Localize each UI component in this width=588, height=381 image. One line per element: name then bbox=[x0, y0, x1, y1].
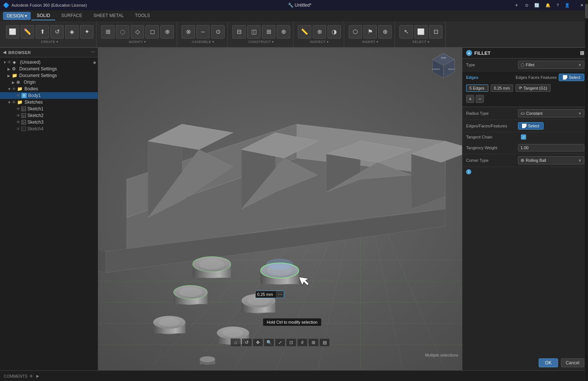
motion-btn[interactable]: ↔ bbox=[196, 25, 210, 39]
home-view-btn[interactable]: ⌂ bbox=[230, 338, 241, 347]
insert-mesh-btn[interactable]: ⬡ bbox=[349, 25, 362, 39]
shell-btn[interactable]: ◻ bbox=[146, 25, 159, 39]
measure-btn[interactable]: 📏 bbox=[298, 25, 311, 39]
comments-toggle[interactable]: ⊕ bbox=[30, 374, 33, 378]
fit-screen-btn[interactable]: ⤢ bbox=[275, 338, 285, 347]
eye-unsaved[interactable]: 👁 bbox=[7, 60, 11, 64]
midplane-btn[interactable]: ⊞ bbox=[262, 25, 275, 39]
add-edges-btn[interactable]: + bbox=[466, 95, 474, 103]
account-icon[interactable]: 👤 bbox=[563, 3, 571, 8]
combine-btn[interactable]: ⊕ bbox=[160, 25, 174, 39]
design-button[interactable]: DESIGN ▾ bbox=[3, 12, 31, 20]
select-label: SELECT ▾ bbox=[412, 40, 429, 44]
tree-item-bodies[interactable]: ▼ 👁 📁 Bodies bbox=[0, 86, 98, 92]
tree-item-named-views[interactable]: ▶ 📁 Document Settings bbox=[0, 72, 98, 79]
window-select-btn[interactable]: ⬜ bbox=[414, 25, 428, 39]
type-select[interactable]: ◌ Fillet ▼ bbox=[518, 61, 584, 69]
zebra-btn[interactable]: ◑ bbox=[328, 25, 341, 39]
viewport[interactable]: Hold Ctrl to modify selection ⋯ ⌂ ↺ ✥ 🔍 … bbox=[98, 48, 462, 370]
collapse-comments-btn[interactable]: ▶ bbox=[36, 374, 39, 378]
view-cube-btn[interactable]: ⊡ bbox=[286, 338, 296, 347]
pan-btn[interactable]: ✥ bbox=[253, 338, 263, 347]
tree-item-body1[interactable]: ▶ 👁 B Body1 bbox=[0, 92, 98, 99]
axis-btn[interactable]: ⊕ bbox=[277, 25, 290, 39]
expand-sketches-arrow[interactable]: ▼ bbox=[7, 100, 12, 104]
zoom-btn[interactable]: 🔍 bbox=[264, 338, 274, 347]
insert-svg-btn[interactable]: ⚑ bbox=[363, 25, 377, 39]
body1-icon: B bbox=[21, 93, 27, 98]
cancel-button[interactable]: Cancel bbox=[561, 358, 584, 367]
close-btn[interactable]: ✕ bbox=[579, 3, 585, 8]
eye-sketch3[interactable]: 👁 bbox=[16, 120, 20, 124]
display-settings-btn[interactable]: ⊞ bbox=[308, 338, 319, 347]
dimension-value-input[interactable] bbox=[256, 291, 276, 297]
dimension-input[interactable]: ⋯ bbox=[255, 291, 284, 298]
eye-sketch2[interactable]: 👁 bbox=[16, 113, 20, 118]
chamfer-btn[interactable]: ◇ bbox=[131, 25, 144, 39]
joint-btn[interactable]: ⊗ bbox=[182, 25, 195, 39]
dimension-menu-btn[interactable]: ⋯ bbox=[276, 291, 284, 298]
collapse-sidebar-btn[interactable]: ◀ bbox=[3, 50, 6, 55]
tangent-chain-checkbox[interactable]: ✓ bbox=[521, 134, 526, 140]
eff-select-btn[interactable]: Select bbox=[518, 122, 544, 130]
bell-icon[interactable]: 🔔 bbox=[544, 3, 552, 8]
tree-item-sketches[interactable]: ▼ 👁 📁 Sketches bbox=[0, 99, 98, 106]
rib-btn[interactable]: ✦ bbox=[80, 25, 93, 39]
add-remove-row: + − bbox=[466, 93, 584, 104]
expand-origin-arrow[interactable]: ▶ bbox=[12, 80, 16, 84]
tree-item-doc-settings[interactable]: ▶ ⚙ Document Settings bbox=[0, 66, 98, 72]
tree-item-sketch2[interactable]: ▶ 👁 ▷ Sketch2 bbox=[0, 112, 98, 119]
fillet-expand-btn[interactable]: ⊞ bbox=[580, 50, 584, 56]
ok-button[interactable]: OK bbox=[539, 358, 558, 367]
insert-buttons: ⬡ ⚑ ⊕ bbox=[349, 25, 392, 39]
fillet-btn[interactable]: ◌ bbox=[116, 25, 129, 39]
plane-angle-btn[interactable]: ◫ bbox=[247, 25, 260, 39]
eye-body1[interactable]: 👁 bbox=[16, 93, 20, 98]
tree-item-unsaved[interactable]: ▼ 👁 ◈ (Unsaved) ◉ bbox=[0, 59, 98, 66]
sidebar-options-btn[interactable]: ⋯ bbox=[91, 50, 95, 55]
contact-btn[interactable]: ⊙ bbox=[211, 25, 225, 39]
expand-doc-arrow[interactable]: ▶ bbox=[7, 67, 12, 71]
new-component-btn[interactable]: ⬜ bbox=[6, 25, 19, 39]
eye-sketch4[interactable]: 👁 bbox=[16, 127, 20, 131]
tab-sheet-metal[interactable]: SHEET METAL bbox=[88, 11, 129, 20]
add-tab-btn[interactable]: ＋ bbox=[512, 2, 521, 9]
tree-item-sketch3[interactable]: ▶ 👁 ▷ Sketch3 bbox=[0, 119, 98, 126]
more-settings-btn[interactable]: ▤ bbox=[319, 338, 330, 347]
extrude-btn[interactable]: ⬆ bbox=[36, 25, 49, 39]
expand-bodies-arrow[interactable]: ▼ bbox=[7, 87, 12, 91]
edges-select-button[interactable]: Select bbox=[559, 74, 584, 81]
select-btn-icon bbox=[563, 75, 567, 80]
tab-surface[interactable]: SURFACE bbox=[56, 11, 87, 20]
press-pull-btn[interactable]: ⊞ bbox=[101, 25, 114, 39]
remove-edges-btn[interactable]: − bbox=[476, 95, 484, 103]
nav-cube[interactable]: TOP FRONT RIGHT bbox=[429, 51, 458, 81]
help-icon[interactable]: ? bbox=[555, 3, 560, 7]
eye-sketch1[interactable]: 👁 bbox=[16, 107, 20, 111]
freeform-select-btn[interactable]: ⊡ bbox=[429, 25, 442, 39]
orbit-btn[interactable]: ↺ bbox=[242, 338, 252, 347]
tab-tools[interactable]: TOOLS bbox=[130, 11, 155, 20]
interference-btn[interactable]: ⊕ bbox=[313, 25, 326, 39]
corner-type-select[interactable]: ⊛ Rolling Ball ▼ bbox=[518, 156, 584, 164]
revolve-btn[interactable]: ↺ bbox=[50, 25, 64, 39]
tangency-weight-input[interactable] bbox=[518, 144, 584, 151]
select-btn[interactable]: ↖ bbox=[399, 25, 413, 39]
loft-btn[interactable]: ◈ bbox=[65, 25, 79, 39]
expand-unsaved-arrow[interactable]: ▼ bbox=[3, 60, 7, 64]
sketch-btn[interactable]: ✏️ bbox=[21, 25, 34, 39]
offset-plane-btn[interactable]: ⊟ bbox=[232, 25, 246, 39]
capture-icon[interactable]: ◉ bbox=[93, 60, 96, 64]
expand-views-arrow[interactable]: ▶ bbox=[7, 74, 12, 78]
edges-mm-value[interactable]: 0.25 mm bbox=[491, 84, 513, 92]
tab-solid[interactable]: SOLID bbox=[31, 11, 55, 20]
radius-type-select[interactable]: ▭ Constant ▼ bbox=[518, 109, 584, 117]
decal-btn[interactable]: ⊕ bbox=[378, 25, 392, 39]
tree-item-sketch4[interactable]: ▶ 👁 ▷ Sketch4 bbox=[0, 126, 98, 132]
tree-item-origin[interactable]: ▶ ⊕ Origin bbox=[0, 79, 98, 86]
fillet-type-row: Type ◌ Fillet ▼ bbox=[462, 59, 588, 71]
tree-item-sketch1[interactable]: ▶ 👁 ▷ Sketch1 bbox=[0, 106, 98, 112]
eye-sketches[interactable]: 👁 bbox=[12, 100, 16, 104]
eye-bodies[interactable]: 👁 bbox=[12, 87, 16, 91]
grid-btn[interactable]: # bbox=[297, 338, 308, 347]
